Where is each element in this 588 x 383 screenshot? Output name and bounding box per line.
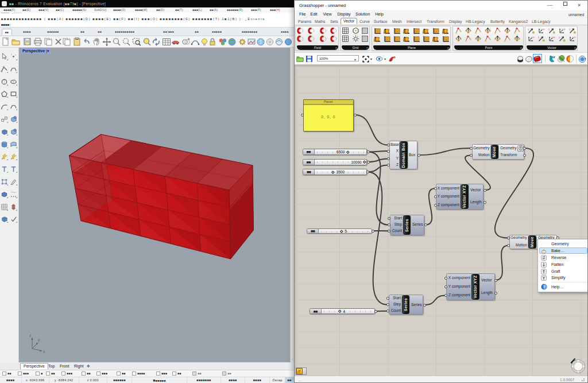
svg-text:xyz: xyz	[541, 28, 545, 30]
svg-text:t: t	[570, 28, 571, 31]
svg-text:xyz: xyz	[562, 28, 566, 30]
svg-text:t: t	[549, 28, 550, 31]
svg-text:y: y	[38, 338, 40, 342]
svg-text:?: ?	[543, 285, 545, 289]
svg-text:t: t	[528, 28, 529, 31]
svg-text:xyz: xyz	[552, 36, 555, 38]
svg-text:z: z	[29, 334, 31, 338]
svg-text:t: t	[539, 36, 540, 39]
svg-text:t: t	[559, 36, 560, 39]
svg-text:x: x	[43, 350, 45, 354]
svg-text:xyz: xyz	[531, 36, 535, 38]
svg-text:xyz: xyz	[572, 36, 576, 38]
